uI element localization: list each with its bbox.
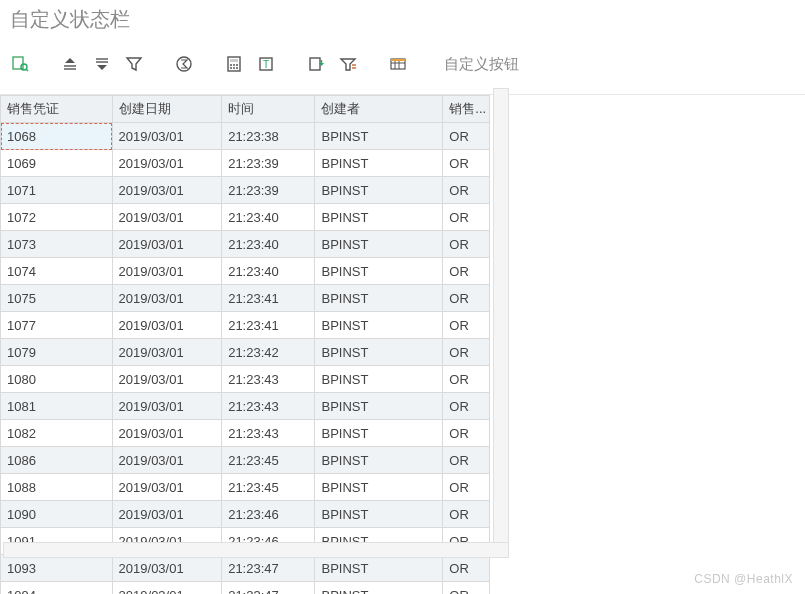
total-icon[interactable]: [170, 51, 198, 77]
horizontal-scrollbar[interactable]: [3, 542, 509, 558]
cell-create-date[interactable]: 2019/03/01: [112, 366, 222, 393]
cell-sales-type[interactable]: OR: [443, 312, 490, 339]
col-time[interactable]: 时间: [222, 96, 315, 123]
table-row[interactable]: 10792019/03/0121:23:42BPINSTOR: [1, 339, 490, 366]
cell-create-date[interactable]: 2019/03/01: [112, 582, 222, 595]
cell-sales-doc[interactable]: 1077: [1, 312, 113, 339]
cell-sales-type[interactable]: OR: [443, 258, 490, 285]
cell-create-date[interactable]: 2019/03/01: [112, 555, 222, 582]
cell-time[interactable]: 21:23:47: [222, 582, 315, 595]
cell-create-date[interactable]: 2019/03/01: [112, 123, 222, 150]
table-row[interactable]: 10772019/03/0121:23:41BPINSTOR: [1, 312, 490, 339]
table-row[interactable]: 10902019/03/0121:23:46BPINSTOR: [1, 501, 490, 528]
cell-create-date[interactable]: 2019/03/01: [112, 393, 222, 420]
layout-icon[interactable]: [334, 51, 362, 77]
grid-options-icon[interactable]: [384, 51, 412, 77]
cell-create-date[interactable]: 2019/03/01: [112, 312, 222, 339]
custom-button-label[interactable]: 自定义按钮: [444, 55, 519, 74]
table-row[interactable]: 10712019/03/0121:23:39BPINSTOR: [1, 177, 490, 204]
cell-sales-type[interactable]: OR: [443, 285, 490, 312]
cell-time[interactable]: 21:23:43: [222, 393, 315, 420]
cell-sales-doc[interactable]: 1088: [1, 474, 113, 501]
table-row[interactable]: 10802019/03/0121:23:43BPINSTOR: [1, 366, 490, 393]
cell-create-date[interactable]: 2019/03/01: [112, 501, 222, 528]
cell-time[interactable]: 21:23:45: [222, 447, 315, 474]
table-row[interactable]: 10722019/03/0121:23:40BPINSTOR: [1, 204, 490, 231]
cell-time[interactable]: 21:23:43: [222, 420, 315, 447]
cell-time[interactable]: 21:23:41: [222, 312, 315, 339]
cell-creator[interactable]: BPINST: [315, 582, 443, 595]
cell-time[interactable]: 21:23:43: [222, 366, 315, 393]
details-icon[interactable]: [6, 51, 34, 77]
cell-sales-type[interactable]: OR: [443, 555, 490, 582]
cell-time[interactable]: 21:23:42: [222, 339, 315, 366]
cell-creator[interactable]: BPINST: [315, 123, 443, 150]
table-row[interactable]: 10932019/03/0121:23:47BPINSTOR: [1, 555, 490, 582]
cell-create-date[interactable]: 2019/03/01: [112, 177, 222, 204]
cell-sales-type[interactable]: OR: [443, 474, 490, 501]
cell-time[interactable]: 21:23:39: [222, 150, 315, 177]
cell-creator[interactable]: BPINST: [315, 177, 443, 204]
col-creator[interactable]: 创建者: [315, 96, 443, 123]
cell-create-date[interactable]: 2019/03/01: [112, 150, 222, 177]
cell-sales-doc[interactable]: 1080: [1, 366, 113, 393]
cell-sales-doc[interactable]: 1072: [1, 204, 113, 231]
cell-sales-doc[interactable]: 1082: [1, 420, 113, 447]
text-icon[interactable]: T: [252, 51, 280, 77]
cell-time[interactable]: 21:23:38: [222, 123, 315, 150]
table-row[interactable]: 10942019/03/0121:23:47BPINSTOR: [1, 582, 490, 595]
cell-creator[interactable]: BPINST: [315, 204, 443, 231]
cell-sales-doc[interactable]: 1075: [1, 285, 113, 312]
cell-creator[interactable]: BPINST: [315, 231, 443, 258]
cell-time[interactable]: 21:23:46: [222, 501, 315, 528]
col-create-date[interactable]: 创建日期: [112, 96, 222, 123]
cell-creator[interactable]: BPINST: [315, 474, 443, 501]
table-row[interactable]: 10822019/03/0121:23:43BPINSTOR: [1, 420, 490, 447]
export-icon[interactable]: [302, 51, 330, 77]
cell-creator[interactable]: BPINST: [315, 285, 443, 312]
table-row[interactable]: 10692019/03/0121:23:39BPINSTOR: [1, 150, 490, 177]
cell-creator[interactable]: BPINST: [315, 555, 443, 582]
cell-sales-doc[interactable]: 1079: [1, 339, 113, 366]
cell-sales-doc[interactable]: 1068: [1, 123, 113, 150]
cell-time[interactable]: 21:23:40: [222, 231, 315, 258]
cell-sales-doc[interactable]: 1069: [1, 150, 113, 177]
cell-sales-type[interactable]: OR: [443, 366, 490, 393]
cell-sales-doc[interactable]: 1093: [1, 555, 113, 582]
cell-sales-doc[interactable]: 1071: [1, 177, 113, 204]
alv-grid[interactable]: 销售凭证 创建日期 时间 创建者 销售... 10682019/03/0121:…: [0, 95, 490, 594]
sort-asc-icon[interactable]: [56, 51, 84, 77]
table-row[interactable]: 10732019/03/0121:23:40BPINSTOR: [1, 231, 490, 258]
cell-sales-doc[interactable]: 1090: [1, 501, 113, 528]
table-row[interactable]: 10742019/03/0121:23:40BPINSTOR: [1, 258, 490, 285]
cell-sales-doc[interactable]: 1086: [1, 447, 113, 474]
cell-sales-type[interactable]: OR: [443, 123, 490, 150]
cell-time[interactable]: 21:23:45: [222, 474, 315, 501]
cell-creator[interactable]: BPINST: [315, 420, 443, 447]
cell-time[interactable]: 21:23:41: [222, 285, 315, 312]
col-sales-doc[interactable]: 销售凭证: [1, 96, 113, 123]
cell-sales-type[interactable]: OR: [443, 204, 490, 231]
cell-time[interactable]: 21:23:40: [222, 204, 315, 231]
cell-sales-type[interactable]: OR: [443, 231, 490, 258]
cell-creator[interactable]: BPINST: [315, 312, 443, 339]
filter-icon[interactable]: [120, 51, 148, 77]
cell-sales-type[interactable]: OR: [443, 447, 490, 474]
cell-sales-type[interactable]: OR: [443, 420, 490, 447]
cell-creator[interactable]: BPINST: [315, 339, 443, 366]
cell-time[interactable]: 21:23:40: [222, 258, 315, 285]
cell-creator[interactable]: BPINST: [315, 501, 443, 528]
cell-time[interactable]: 21:23:39: [222, 177, 315, 204]
cell-time[interactable]: 21:23:47: [222, 555, 315, 582]
cell-sales-doc[interactable]: 1074: [1, 258, 113, 285]
cell-sales-type[interactable]: OR: [443, 339, 490, 366]
cell-creator[interactable]: BPINST: [315, 447, 443, 474]
cell-create-date[interactable]: 2019/03/01: [112, 204, 222, 231]
vertical-scrollbar[interactable]: [493, 88, 509, 544]
cell-create-date[interactable]: 2019/03/01: [112, 420, 222, 447]
cell-create-date[interactable]: 2019/03/01: [112, 474, 222, 501]
table-row[interactable]: 10682019/03/0121:23:38BPINSTOR: [1, 123, 490, 150]
cell-sales-type[interactable]: OR: [443, 501, 490, 528]
cell-create-date[interactable]: 2019/03/01: [112, 339, 222, 366]
cell-sales-type[interactable]: OR: [443, 582, 490, 595]
